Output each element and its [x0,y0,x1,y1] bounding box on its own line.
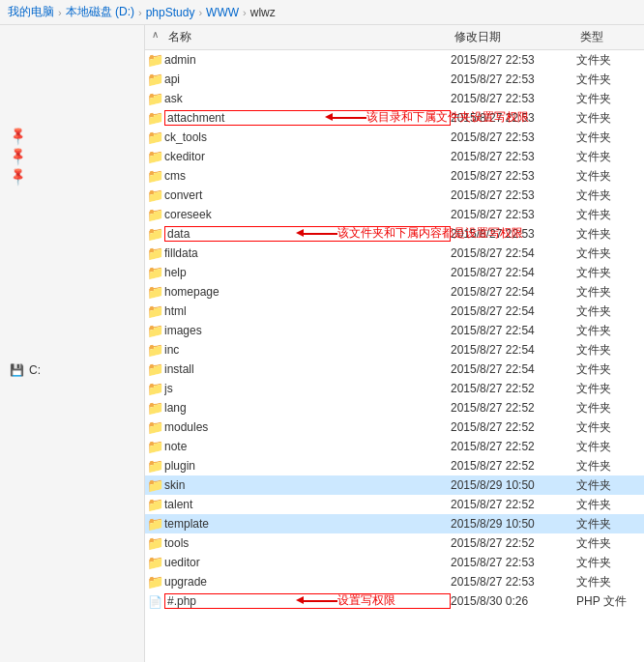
file-type: 文件夹 [576,149,644,165]
breadcrumb-bar: 我的电脑 › 本地磁盘 (D:) › phpStudy › WWW › wlwz [0,0,644,25]
file-name: ueditor [164,556,451,569]
col-name-header[interactable]: 名称 [164,25,451,49]
table-row[interactable]: 📁ckeditor2015/8/27 22:53文件夹 [145,147,644,166]
table-row[interactable]: 📁filldata2015/8/27 22:54文件夹 [145,244,644,263]
pin-icon: 📌 [7,126,28,147]
table-row[interactable]: 📁api2015/8/27 22:53文件夹 [145,70,644,89]
table-row[interactable]: 📁skin2015/8/29 10:50文件夹 [145,475,644,495]
table-row[interactable]: 📁template2015/8/29 10:50文件夹 [145,514,644,533]
table-row[interactable]: 📁homepage2015/8/27 22:54文件夹 [145,282,644,302]
file-type: 文件夹 [576,226,644,243]
file-icon: 📁 [145,535,164,551]
breadcrumb-mypc[interactable]: 我的电脑 [8,4,54,20]
sidebar-item-c[interactable]: 📌 [0,126,144,146]
file-name: upgrade [164,575,451,589]
file-type: 文件夹 [576,168,644,185]
table-row[interactable]: 📁images2015/8/27 22:54文件夹 [145,321,644,340]
breadcrumb-current: wlwz [250,6,276,19]
table-row[interactable]: 📁ueditor2015/8/27 22:53文件夹 [145,553,644,572]
file-date: 2015/8/27 22:53 [451,72,576,86]
file-name: cms [164,169,451,183]
file-name: note [164,440,451,453]
file-date: 2015/8/27 22:54 [451,285,576,299]
breadcrumb-sep-1: › [138,7,142,18]
file-type: 文件夹 [576,187,644,204]
file-date: 2015/8/27 22:53 [451,575,576,589]
file-date: 2015/8/27 22:52 [451,420,576,434]
file-icon: 📁 [145,52,164,68]
file-icon: 📁 [145,130,164,145]
file-icon: 📁 [145,497,164,512]
file-icon: 📁 [145,245,164,261]
file-name: js [164,382,451,395]
pin-icon-3: 📌 [7,166,28,187]
file-type: 文件夹 [576,323,644,339]
table-row[interactable]: 📁tools2015/8/27 22:52文件夹 [145,533,644,553]
file-icon: 📁 [145,400,164,416]
file-date: 2015/8/27 22:53 [451,92,576,105]
file-icon: 📁 [145,110,164,126]
file-name: attachment [164,110,451,126]
breadcrumb-phpstudy[interactable]: phpStudy [146,6,195,19]
file-icon: 📁 [145,303,164,319]
table-row[interactable]: 📁plugin2015/8/27 22:52文件夹 [145,456,644,475]
file-name: data [164,226,451,242]
breadcrumb-d[interactable]: 本地磁盘 (D:) [66,4,134,20]
table-row[interactable]: 📁admin2015/8/27 22:53文件夹 [145,50,644,70]
file-date: 2015/8/27 22:54 [451,304,576,318]
sidebar-item-c3[interactable]: 📌 [0,166,144,187]
table-row[interactable]: 📁js2015/8/27 22:52文件夹 [145,379,644,398]
breadcrumb-www[interactable]: WWW [206,6,239,19]
table-row[interactable]: 📁inc2015/8/27 22:54文件夹 [145,340,644,360]
file-date: 2015/8/27 22:52 [451,440,576,453]
file-date: 2015/8/27 22:54 [451,362,576,376]
table-row[interactable]: 📁attachment2015/8/27 22:53文件夹该目录和下属文件夹设置… [145,108,644,128]
sidebar-item-c2[interactable]: 📌 [0,146,144,166]
main-area: 📌 📌 📌 💾 C: ∧ 名称 修改日期 类型 [0,25,644,662]
file-date: 2015/8/27 22:53 [451,556,576,569]
file-type: 文件夹 [576,419,644,436]
file-date: 2015/8/27 22:52 [451,459,576,473]
file-type: 文件夹 [576,381,644,397]
table-row[interactable]: 📁help2015/8/27 22:54文件夹 [145,263,644,282]
table-row[interactable]: 📁modules2015/8/27 22:52文件夹 [145,417,644,437]
file-area[interactable]: ∧ 名称 修改日期 类型 📁admin2015/8/27 22:53文件夹📁ap… [145,25,644,662]
table-row[interactable]: 📁coreseek2015/8/27 22:53文件夹 [145,205,644,224]
file-icon: 📁 [145,516,164,532]
table-row[interactable]: 📁html2015/8/27 22:54文件夹 [145,302,644,321]
file-name: talent [164,498,451,511]
file-icon: 📁 [145,187,164,203]
sidebar: 📌 📌 📌 💾 C: [0,25,145,662]
sort-arrow: ∧ [145,25,164,49]
breadcrumb-sep-0: › [58,7,62,18]
file-icon: 📁 [145,91,164,106]
file-icon: 📁 [145,439,164,454]
table-row[interactable]: 📁lang2015/8/27 22:52文件夹 [145,398,644,417]
file-name: filldata [164,246,451,260]
table-row[interactable]: 📁convert2015/8/27 22:53文件夹 [145,186,644,205]
table-row[interactable]: 📄#.php2015/8/30 0:26PHP 文件设置写权限 [145,591,644,611]
file-list-header: ∧ 名称 修改日期 类型 [145,25,644,50]
table-row[interactable]: 📁talent2015/8/27 22:52文件夹 [145,495,644,514]
col-type-header: 类型 [576,25,644,49]
file-date: 2015/8/27 22:53 [451,130,576,144]
file-date: 2015/8/27 22:53 [451,53,576,67]
file-date: 2015/8/27 22:53 [451,169,576,183]
file-date: 2015/8/27 22:54 [451,324,576,337]
col-date-header[interactable]: 修改日期 [451,25,576,49]
file-name: convert [164,188,451,202]
table-row[interactable]: 📁note2015/8/27 22:52文件夹 [145,437,644,456]
table-row[interactable]: 📁ask2015/8/27 22:53文件夹 [145,89,644,108]
file-icon: 📁 [145,72,164,87]
table-row[interactable]: 📁upgrade2015/8/27 22:53文件夹 [145,572,644,591]
file-date: 2015/8/27 22:53 [451,188,576,202]
file-type: 文件夹 [576,130,644,146]
file-icon: 📁 [145,419,164,435]
sidebar-item-drive-c[interactable]: 💾 C: [0,360,144,380]
table-row[interactable]: 📁cms2015/8/27 22:53文件夹 [145,166,644,186]
table-row[interactable]: 📁data2015/8/27 22:53文件夹该文件夹和下属内容都是设置写权限 [145,224,644,244]
file-icon: 📁 [145,265,164,280]
table-row[interactable]: 📁install2015/8/27 22:54文件夹 [145,360,644,379]
file-type: 文件夹 [576,265,644,281]
table-row[interactable]: 📁ck_tools2015/8/27 22:53文件夹 [145,128,644,147]
